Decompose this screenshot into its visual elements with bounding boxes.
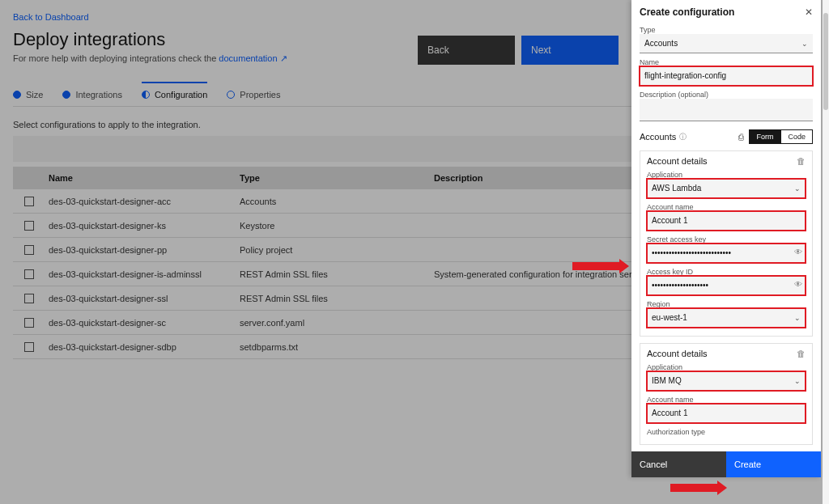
checkbox[interactable] <box>24 221 34 231</box>
row-type: setdbparms.txt <box>240 342 434 352</box>
type-label: Type <box>640 26 813 34</box>
checkbox[interactable] <box>24 318 34 328</box>
account-details-title: Account details <box>647 349 708 358</box>
account-details-title: Account details <box>647 156 708 166</box>
description-input[interactable] <box>640 99 813 121</box>
form-toggle[interactable]: Form <box>749 129 780 144</box>
checkbox[interactable] <box>24 342 34 352</box>
row-name: des-03-quickstart-designer-ks <box>45 221 240 231</box>
create-button[interactable]: Create <box>726 451 821 477</box>
row-name: des-03-quickstart-designer-acc <box>45 197 240 206</box>
next-button[interactable]: Next <box>521 36 619 65</box>
close-icon[interactable]: ✕ <box>805 6 813 18</box>
row-type: Keystore <box>240 221 434 231</box>
info-icon: ⓘ <box>679 132 687 142</box>
checkbox[interactable] <box>24 245 34 255</box>
eye-icon[interactable]: 👁 <box>794 248 802 256</box>
accounts-label: Accounts <box>640 132 676 142</box>
chevron-down-icon: ⌄ <box>794 184 801 193</box>
application-select-2[interactable]: IBM MQ⌄ <box>647 371 806 391</box>
create-configuration-panel: Create configuration ✕ Type Accounts⌄ Na… <box>631 0 821 477</box>
account-name-input-1[interactable]: Account 1 <box>647 211 806 231</box>
row-type: REST Admin SSL files <box>240 294 434 303</box>
chevron-down-icon: ⌄ <box>794 314 801 322</box>
row-name: des-03-quickstart-designer-ssl <box>45 294 240 303</box>
secret-key-input[interactable]: •••••••••••••••••••••••••••• <box>647 244 806 263</box>
tab-configuration[interactable]: Configuration <box>142 82 207 106</box>
row-type: Accounts <box>240 197 434 206</box>
col-header-name: Name <box>45 173 240 183</box>
row-type: server.conf.yaml <box>240 318 434 328</box>
scrollbar-thumb[interactable] <box>823 13 828 110</box>
row-type: REST Admin SSL files <box>240 269 434 279</box>
application-select-1[interactable]: AWS Lambda⌄ <box>647 179 806 198</box>
row-name: des-03-quickstart-designer-sc <box>45 318 240 328</box>
account-name-input-2[interactable]: Account 1 <box>647 404 806 423</box>
row-name: des-03-quickstart-designer-pp <box>45 245 240 255</box>
region-select[interactable]: eu-west-1⌄ <box>647 308 806 328</box>
tab-size[interactable]: Size <box>13 82 43 106</box>
description-label: Description (optional) <box>640 91 813 99</box>
checkbox[interactable] <box>24 269 34 279</box>
eye-icon[interactable]: 👁 <box>794 280 802 289</box>
col-header-type: Type <box>240 173 434 183</box>
type-select[interactable]: Accounts⌄ <box>640 34 813 53</box>
chevron-down-icon: ⌄ <box>794 377 801 385</box>
back-button[interactable]: Back <box>418 36 515 65</box>
row-name: des-03-quickstart-designer-sdbp <box>45 342 240 352</box>
tab-integrations[interactable]: Integrations <box>62 82 121 106</box>
trash-icon[interactable]: 🗑 <box>797 156 806 166</box>
back-to-dashboard-link[interactable]: Back to Dashboard <box>13 12 89 22</box>
row-name: des-03-quickstart-designer-is-adminssl <box>45 269 240 279</box>
trash-icon[interactable]: 🗑 <box>797 349 806 358</box>
name-label: Name <box>640 58 813 66</box>
cancel-button[interactable]: Cancel <box>631 451 726 477</box>
access-key-id-input[interactable]: •••••••••••••••••••• <box>647 276 806 295</box>
account-details-card-2: Account details🗑 Application IBM MQ⌄ Acc… <box>640 343 813 445</box>
search-input[interactable]: 🔍 <box>13 136 716 162</box>
code-toggle[interactable]: Code <box>780 129 813 144</box>
chevron-down-icon: ⌄ <box>801 40 808 48</box>
tab-properties[interactable]: Properties <box>227 82 280 106</box>
documentation-link[interactable]: documentation ↗ <box>219 53 287 63</box>
account-details-card-1: Account details🗑 Application AWS Lambda⌄… <box>640 150 813 337</box>
panel-title: Create configuration <box>640 6 734 18</box>
name-input[interactable]: flight-integration-config <box>640 66 813 86</box>
checkbox[interactable] <box>24 294 34 303</box>
row-type: Policy project <box>240 245 434 255</box>
import-icon[interactable]: ⎙ <box>738 132 744 142</box>
checkbox[interactable] <box>24 197 34 206</box>
